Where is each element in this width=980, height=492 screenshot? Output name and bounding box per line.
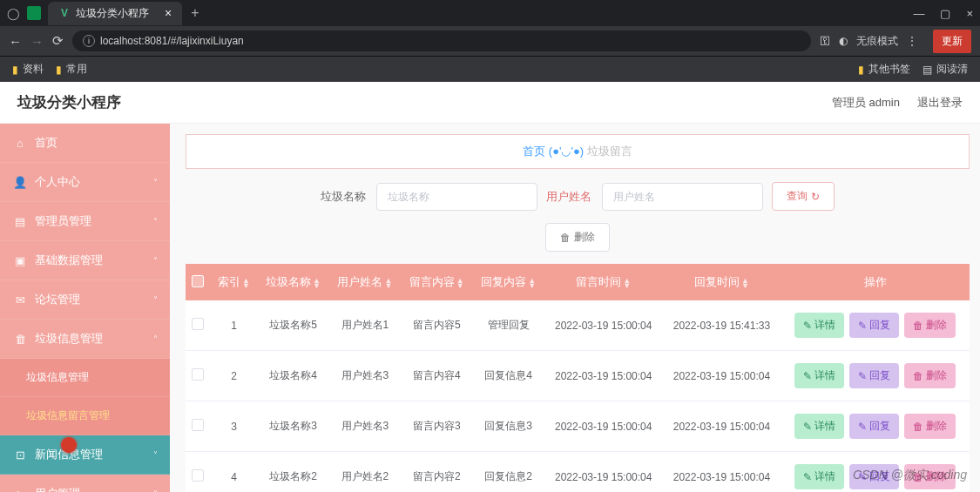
cell-name: 垃圾名称4 — [257, 351, 328, 401]
sort-icon[interactable]: ▲▼ — [623, 278, 631, 288]
sidebar-label: 垃圾信息管理 — [35, 331, 103, 347]
row-checkbox[interactable] — [192, 469, 204, 482]
update-button[interactable]: 更新 — [933, 30, 971, 53]
sidebar-item[interactable]: ▤管理员管理˅ — [0, 202, 170, 241]
key-icon[interactable]: ⚿ — [820, 35, 830, 47]
col-chk — [186, 264, 211, 300]
cell-msgtime: 2022-03-19 15:00:04 — [544, 401, 663, 452]
browser-tab[interactable]: V 垃圾分类小程序 × — [48, 2, 182, 25]
chevron-icon: ˅ — [153, 178, 158, 187]
favicon-chrome: ◯ — [7, 7, 20, 20]
cell-reply: 回复信息3 — [472, 401, 544, 452]
sidebar-item[interactable]: ⊡新闻信息管理˅ — [0, 435, 170, 475]
col-idx[interactable]: 索引▲▼ — [211, 264, 258, 300]
query-button[interactable]: 查询↻ — [772, 182, 835, 211]
sidebar-subitem[interactable]: 垃圾信息留言管理 — [0, 397, 170, 435]
back-button[interactable]: ← — [9, 34, 22, 49]
col-reply[interactable]: 回复内容▲▼ — [472, 264, 544, 300]
row-checkbox[interactable] — [192, 368, 204, 381]
row-delete-button[interactable]: 🗑删除 — [904, 414, 956, 439]
select-all-checkbox[interactable] — [192, 275, 204, 287]
col-ops: 操作 — [781, 264, 970, 300]
bookmark-item[interactable]: ▤阅读清 — [923, 62, 968, 77]
reply-label: 回复 — [869, 368, 890, 383]
row-delete-button[interactable]: 🗑删除 — [904, 363, 956, 388]
cell-user: 用户姓名3 — [329, 401, 401, 452]
row-checkbox[interactable] — [192, 318, 204, 330]
row-delete-button[interactable]: 🗑删除 — [904, 313, 956, 338]
col-name[interactable]: 垃圾名称▲▼ — [257, 264, 328, 300]
sort-icon[interactable]: ▲▼ — [456, 278, 464, 288]
sidebar-item[interactable]: 🗑垃圾信息管理˄ — [0, 320, 170, 359]
sort-icon[interactable]: ▲▼ — [313, 278, 321, 288]
col-reptime[interactable]: 回复时间▲▼ — [663, 264, 781, 300]
sort-icon[interactable]: ▲▼ — [741, 278, 749, 288]
new-tab-button[interactable]: + — [191, 5, 199, 21]
data-table: 索引▲▼垃圾名称▲▼用户姓名▲▼留言内容▲▼回复内容▲▼留言时间▲▼回复时间▲▼… — [186, 264, 970, 492]
sidebar-item[interactable]: ⌂首页 — [0, 124, 170, 163]
detail-button[interactable]: ✎详情 — [794, 363, 844, 388]
sidebar-item[interactable]: ▣基础数据管理˅ — [0, 241, 170, 280]
info-icon[interactable]: i — [83, 35, 95, 47]
menu-icon[interactable]: ⋮ — [907, 35, 917, 47]
maximize-button[interactable]: ▢ — [940, 7, 950, 20]
reply-button[interactable]: ✎回复 — [849, 313, 899, 338]
readlist-icon: ▤ — [923, 64, 932, 76]
table-row: 1垃圾名称5用户姓名1留言内容5管理回复2022-03-19 15:00:042… — [186, 300, 970, 351]
detail-button[interactable]: ✎详情 — [794, 414, 844, 439]
delete-label: 删除 — [574, 230, 595, 245]
folder-icon: ▮ — [12, 64, 18, 76]
delete-button[interactable]: 🗑删除 — [545, 223, 610, 252]
cell-idx: 4 — [211, 452, 258, 493]
sort-icon[interactable]: ▲▼ — [384, 278, 392, 288]
bookmark-item[interactable]: ▮其他书签 — [858, 62, 910, 77]
sidebar-item[interactable]: ➤用户管理˅ — [0, 475, 170, 492]
trash-icon: 🗑 — [560, 232, 571, 244]
browser-chrome: ◯ V 垃圾分类小程序 × + — ▢ × ← → ⟳ i localhost:… — [0, 0, 980, 82]
delete-icon: 🗑 — [913, 370, 923, 382]
col-msgtime[interactable]: 留言时间▲▼ — [544, 264, 663, 300]
breadcrumb-home[interactable]: 首页 — [523, 145, 545, 158]
window-close-button[interactable]: × — [966, 7, 973, 20]
sidebar-item[interactable]: 👤个人中心˅ — [0, 163, 170, 202]
reply-button[interactable]: ✎回复 — [849, 363, 899, 388]
sort-icon[interactable]: ▲▼ — [528, 278, 536, 288]
close-icon[interactable]: × — [165, 6, 172, 20]
reload-button[interactable]: ⟳ — [52, 33, 64, 49]
cell-msgtime: 2022-03-19 15:00:04 — [544, 452, 663, 493]
col-msg[interactable]: 留言内容▲▼ — [401, 264, 472, 300]
cell-user: 用户姓名2 — [329, 452, 401, 493]
cell-reptime: 2022-03-19 15:00:04 — [663, 351, 781, 401]
detail-icon: ✎ — [803, 320, 812, 332]
col-user[interactable]: 用户姓名▲▼ — [329, 264, 401, 300]
filter-input-name[interactable] — [376, 183, 537, 211]
detail-label: 详情 — [814, 419, 835, 434]
sidebar-subitem[interactable]: 垃圾信息管理 — [0, 359, 170, 397]
sidebar-label: 垃圾信息管理 — [26, 370, 89, 385]
row-checkbox[interactable] — [192, 419, 204, 431]
bookmark-item[interactable]: ▮常用 — [56, 62, 87, 77]
sidebar-label: 论坛管理 — [35, 292, 80, 307]
menu-icon: ▤ — [14, 215, 26, 228]
reply-button[interactable]: ✎回复 — [849, 464, 899, 489]
cell-user: 用户姓名1 — [329, 300, 401, 351]
forward-button[interactable]: → — [30, 34, 44, 49]
breadcrumb: 首页 (●'◡'●) 垃圾留言 — [186, 134, 970, 169]
sort-icon[interactable]: ▲▼ — [242, 278, 250, 288]
filter-input-user[interactable] — [602, 183, 763, 211]
detail-button[interactable]: ✎详情 — [794, 464, 844, 489]
chevron-icon: ˅ — [153, 256, 158, 266]
filter-label-name: 垃圾名称 — [321, 189, 366, 205]
detail-button[interactable]: ✎详情 — [794, 313, 844, 338]
delete-label: 删除 — [926, 469, 947, 484]
minimize-button[interactable]: — — [913, 7, 924, 20]
bookmark-label: 阅读清 — [936, 62, 968, 77]
filter-label-user: 用户姓名 — [546, 189, 591, 205]
sidebar-item[interactable]: ✉论坛管理˅ — [0, 280, 170, 320]
address-bar[interactable]: i localhost:8081/#/lajixinxiLiuyan — [72, 30, 811, 51]
tab-title: 垃圾分类小程序 — [76, 6, 149, 21]
logout-link[interactable]: 退出登录 — [917, 95, 963, 111]
reply-button[interactable]: ✎回复 — [849, 414, 899, 439]
row-delete-button[interactable]: 🗑删除 — [904, 464, 956, 489]
bookmark-item[interactable]: ▮资料 — [12, 62, 44, 77]
